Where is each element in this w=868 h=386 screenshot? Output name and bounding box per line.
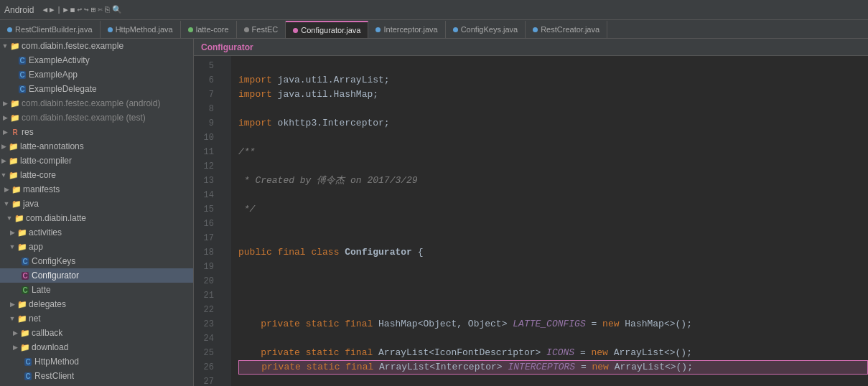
tree-node-icon: C — [20, 285, 30, 295]
tree-node-icon: 📁 — [9, 156, 19, 166]
sidebar-item[interactable]: ▼📁com.diabin.latte — [0, 211, 193, 225]
tree-node-label: ExampleApp — [29, 70, 78, 80]
sidebar-item[interactable]: ▶📁download — [0, 340, 193, 354]
sidebar-item[interactable]: ▶📁delegates — [0, 297, 193, 311]
tab-dot-httpmethod — [108, 27, 113, 32]
sidebar-item[interactable]: ▶Rres — [0, 125, 193, 139]
sidebar-item[interactable]: ▼📁java — [0, 197, 193, 211]
tab-configkeys[interactable]: ConfigKeys.java — [446, 21, 526, 38]
sidebar-item[interactable]: CConfigurator — [0, 268, 193, 283]
line-number: 9 — [194, 116, 218, 131]
sidebar-item[interactable]: ▶📁latte-annotations — [0, 139, 193, 154]
stop-icon[interactable]: ◼ — [70, 5, 75, 14]
code-content[interactable]: import java.util.ArrayList;import java.u… — [231, 56, 868, 386]
code-token: ArrayList<>(); — [608, 346, 692, 360]
run-icon[interactable]: ▶ — [63, 5, 68, 14]
line-number: 24 — [194, 331, 218, 346]
sidebar-item[interactable]: CRestClient — [0, 369, 193, 383]
tree-node-label: java — [23, 199, 39, 209]
line-number: 21 — [194, 288, 218, 303]
sidebar-item[interactable]: ▼📁net — [0, 311, 193, 326]
tab-latte-core[interactable]: latte-core — [181, 21, 237, 38]
code-line: * Created by 傅令杰 on 2017/3/29 — [238, 174, 868, 188]
code-token: import — [238, 88, 278, 102]
breadcrumb: Configurator — [194, 39, 868, 56]
sidebar-item[interactable]: CExampleDelegate — [0, 82, 193, 96]
tree-node-label: ExampleActivity — [29, 55, 90, 65]
code-line — [238, 102, 868, 116]
sidebar-item[interactable]: CExampleActivity — [0, 53, 193, 67]
line-number: 18 — [194, 245, 218, 260]
forward-icon[interactable]: ▶ — [50, 5, 55, 14]
sidebar-item[interactable]: ▼📁com.diabin.festec.example — [0, 39, 193, 53]
sidebar-item[interactable]: CExampleApp — [0, 67, 193, 82]
code-token: ArrayList<IconFontDescriptor> — [378, 346, 546, 360]
tab-restclient[interactable]: RestClientBuilder.java — [0, 21, 101, 38]
sidebar-item[interactable]: CRestClientBuilder — [0, 383, 193, 386]
sidebar-item[interactable]: ▶📁manifests — [0, 182, 193, 197]
sidebar-item[interactable]: CConfigKeys — [0, 254, 193, 268]
line-number: 5 — [194, 59, 218, 73]
tree-node-icon: C — [20, 256, 30, 266]
redo-icon[interactable]: ↪ — [84, 5, 89, 14]
tree-node-icon: 📁 — [11, 199, 22, 209]
line-number: 11 — [194, 145, 218, 159]
toolbar-icons: ◀ ▶ | ▶ ◼ ↩ ↪ ⊞ ✄ ⎘ 🔍 — [42, 5, 122, 14]
undo-icon[interactable]: ↩ — [77, 5, 82, 14]
sidebar-item[interactable]: ▶📁callback — [0, 326, 193, 340]
code-editor[interactable]: 5678910111213141516171819202122232425262… — [194, 56, 868, 386]
sidebar-item[interactable]: ▶📁activities — [0, 225, 193, 240]
sidebar-item[interactable]: CHttpMethod — [0, 354, 193, 369]
code-line — [238, 59, 868, 73]
code-token: { — [418, 245, 424, 260]
sidebar-item[interactable]: CLatte — [0, 283, 193, 297]
tree-node-label: latte-core — [20, 170, 56, 180]
tree-node-label: latte-annotations — [20, 141, 84, 151]
code-line: import java.util.HashMap; — [238, 88, 868, 102]
tree-arrow-icon: ▼ — [6, 215, 13, 222]
tree-node-icon: 📁 — [10, 113, 20, 123]
tab-httpmethod[interactable]: HttpMethod.java — [101, 21, 181, 38]
tree-node-label: Configurator — [32, 270, 79, 281]
build-icon[interactable]: ⊞ — [91, 5, 96, 14]
sidebar-item[interactable]: ▼📁latte-core — [0, 168, 193, 182]
tab-interceptor[interactable]: Interceptor.java — [368, 21, 445, 38]
code-token: new — [592, 346, 608, 360]
sidebar-item[interactable]: ▼📁app — [0, 240, 193, 254]
code-line — [238, 217, 868, 231]
tree-arrow-icon: ▶ — [0, 143, 7, 150]
tree-node-label: HttpMethod — [34, 357, 79, 367]
tree-node-icon: 📁 — [17, 314, 27, 324]
code-token: import — [238, 73, 278, 88]
sidebar-item[interactable]: ▶📁com.diabin.festec.example (android) — [0, 96, 193, 110]
line-numbers: 5678910111213141516171819202122232425262… — [194, 56, 223, 386]
line-number: 20 — [194, 274, 218, 288]
line-number: 10 — [194, 131, 218, 145]
tab-label-restclient: RestClientBuilder.java — [15, 25, 93, 34]
code-token: final — [278, 245, 312, 260]
back-icon[interactable]: ◀ — [42, 5, 47, 14]
tree-node-icon: 📁 — [10, 98, 20, 108]
line-number: 6 — [194, 73, 218, 88]
tree-node-label: com.diabin.latte — [26, 213, 86, 223]
cut-icon[interactable]: ✄ — [98, 5, 103, 14]
line-number: 15 — [194, 202, 218, 217]
code-line — [238, 131, 868, 145]
line-number: 13 — [194, 174, 218, 188]
code-line — [238, 331, 868, 346]
code-token: = — [574, 346, 591, 360]
sidebar-item[interactable]: ▶📁latte-compiler — [0, 154, 193, 168]
copy-icon[interactable]: ⎘ — [105, 6, 110, 14]
tree-node-label: ExampleDelegate — [29, 84, 97, 94]
code-token: HashMap<>(); — [620, 317, 692, 331]
tab-restcreator[interactable]: RestCreator.java — [526, 21, 607, 38]
tree-node-label: download — [32, 342, 68, 352]
sidebar-item[interactable]: ▶📁com.diabin.festec.example (test) — [0, 110, 193, 125]
line-number: 27 — [194, 375, 218, 386]
tree-node-icon: 📁 — [17, 227, 27, 237]
tree-node-label: com.diabin.festec.example (android) — [22, 98, 160, 108]
search-icon[interactable]: 🔍 — [112, 5, 122, 14]
tab-festec[interactable]: FestEC — [237, 21, 286, 38]
tab-configurator[interactable]: Configurator.java — [286, 21, 368, 38]
tree-arrow-icon: ▶ — [9, 229, 16, 236]
